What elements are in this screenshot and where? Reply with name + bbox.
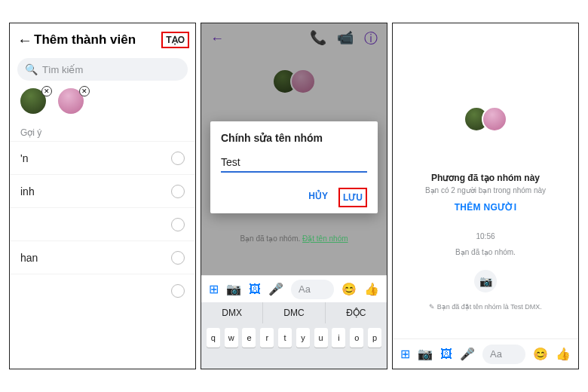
edit-name-dialog: Chính sửa tên nhóm Test HỦY LƯU bbox=[210, 121, 378, 213]
key[interactable]: p bbox=[368, 328, 381, 348]
remove-icon[interactable]: ✕ bbox=[41, 86, 52, 96]
suggestion-item[interactable]: han bbox=[10, 240, 195, 274]
created-message: Phương đã tạo nhóm này bbox=[393, 173, 578, 183]
dialog-title: Chính sửa tên nhóm bbox=[221, 132, 367, 144]
screen-group-created: Phương đã tạo nhóm này Bạn có 2 người bạ… bbox=[392, 23, 579, 369]
mic-icon[interactable]: 🎤 bbox=[460, 347, 475, 361]
message-input[interactable]: Aa bbox=[482, 345, 525, 364]
camera-icon[interactable]: 📷 bbox=[226, 282, 241, 296]
group-avatar bbox=[464, 106, 507, 132]
kb-suggestion[interactable]: DMC bbox=[263, 302, 325, 323]
kb-suggestion[interactable]: ĐỘC bbox=[326, 302, 387, 323]
radio-icon[interactable] bbox=[171, 152, 185, 165]
keyboard-suggestions: DMX DMC ĐỘC bbox=[201, 302, 387, 323]
header: ← Thêm thành viên TẠO bbox=[10, 23, 195, 57]
camera-icon: 📷 bbox=[479, 275, 492, 287]
kb-suggestion[interactable]: DMX bbox=[201, 302, 263, 323]
search-input[interactable]: 🔍 Tìm kiếm bbox=[17, 58, 188, 81]
like-icon[interactable]: 👍 bbox=[556, 347, 571, 361]
search-icon: 🔍 bbox=[25, 63, 38, 75]
gallery-icon[interactable]: 🖼 bbox=[249, 283, 261, 296]
radio-icon[interactable] bbox=[171, 218, 185, 231]
suggestion-item[interactable] bbox=[10, 274, 195, 307]
camera-button[interactable]: 📷 bbox=[474, 270, 497, 292]
save-button[interactable]: LƯU bbox=[338, 188, 367, 207]
key[interactable]: q bbox=[207, 328, 220, 348]
named-hint: ✎ Bạn đã đặt tên nhóm là Test DMX. bbox=[393, 303, 578, 311]
key[interactable]: t bbox=[278, 328, 292, 348]
suggestion-item[interactable]: inh bbox=[10, 174, 195, 207]
radio-icon[interactable] bbox=[171, 251, 185, 265]
back-icon[interactable]: ← bbox=[16, 32, 34, 49]
created-short: Bạn đã tạo nhóm. bbox=[393, 248, 578, 256]
emoji-icon[interactable]: 😊 bbox=[533, 347, 548, 361]
timestamp: 10:56 bbox=[393, 232, 578, 240]
screen-edit-name: ← 📞 📹 ⓘ Chính sửa tên nhóm Test HỦY LƯU … bbox=[201, 23, 387, 369]
search-placeholder: Tìm kiếm bbox=[42, 64, 83, 75]
add-people-button[interactable]: THÊM NGƯỜI bbox=[393, 202, 578, 213]
group-name-input[interactable]: Test bbox=[221, 156, 367, 173]
message-input[interactable]: Aa bbox=[291, 280, 334, 299]
selected-member[interactable]: ✕ bbox=[20, 88, 46, 114]
composer: ⊞ 📷 🖼 🎤 Aa 😊 👍 bbox=[201, 275, 387, 302]
key[interactable]: r bbox=[260, 328, 274, 348]
composer: ⊞ 📷 🖼 🎤 Aa 😊 👍 bbox=[393, 338, 578, 369]
set-name-link[interactable]: Đặt tên nhóm bbox=[302, 234, 348, 243]
create-button[interactable]: TẠO bbox=[161, 32, 189, 48]
key[interactable]: i bbox=[332, 328, 345, 348]
apps-icon[interactable]: ⊞ bbox=[400, 347, 410, 361]
selected-members: ✕ ✕ bbox=[10, 82, 195, 120]
suggestion-list: 'n inh han bbox=[10, 141, 195, 307]
gallery-icon[interactable]: 🖼 bbox=[440, 348, 452, 361]
remove-icon[interactable]: ✕ bbox=[79, 86, 90, 96]
suggestion-item[interactable]: 'n bbox=[10, 141, 195, 174]
radio-icon[interactable] bbox=[171, 185, 185, 198]
key[interactable]: y bbox=[296, 328, 310, 348]
suggestion-item[interactable] bbox=[10, 207, 195, 240]
friends-message: Bạn có 2 người bạn trong nhóm này bbox=[393, 186, 578, 194]
camera-icon[interactable]: 📷 bbox=[418, 347, 433, 361]
key[interactable]: w bbox=[225, 328, 238, 348]
hint-text: Bạn đã tạo nhóm. Đặt tên nhóm bbox=[201, 234, 387, 243]
page-title: Thêm thành viên bbox=[34, 32, 136, 47]
selected-member[interactable]: ✕ bbox=[58, 88, 84, 114]
key[interactable]: o bbox=[350, 328, 363, 348]
apps-icon[interactable]: ⊞ bbox=[209, 282, 219, 296]
radio-icon[interactable] bbox=[171, 284, 185, 298]
keyboard[interactable]: DMX DMC ĐỘC q w e r t y u i o p bbox=[201, 302, 387, 369]
key[interactable]: e bbox=[242, 328, 256, 348]
emoji-icon[interactable]: 😊 bbox=[341, 282, 357, 296]
cancel-button[interactable]: HỦY bbox=[307, 188, 329, 207]
like-icon[interactable]: 👍 bbox=[364, 282, 379, 296]
keyboard-row: q w e r t y u i o p bbox=[201, 323, 387, 352]
mic-icon[interactable]: 🎤 bbox=[268, 282, 283, 296]
key[interactable]: u bbox=[314, 328, 328, 348]
screen-add-members: ← Thêm thành viên TẠO 🔍 Tìm kiếm ✕ ✕ Gợi… bbox=[9, 23, 196, 369]
section-label: Gợi ý bbox=[10, 120, 195, 141]
